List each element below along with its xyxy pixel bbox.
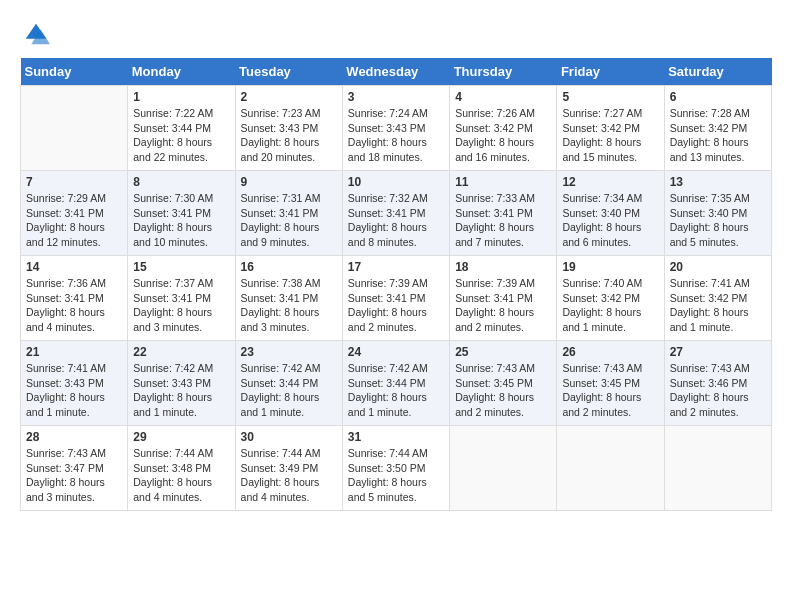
day-number: 8 — [133, 175, 229, 189]
day-info: Sunrise: 7:42 AMSunset: 3:44 PMDaylight:… — [348, 361, 444, 420]
calendar-cell: 18Sunrise: 7:39 AMSunset: 3:41 PMDayligh… — [450, 256, 557, 341]
calendar-cell: 9Sunrise: 7:31 AMSunset: 3:41 PMDaylight… — [235, 171, 342, 256]
calendar-cell: 19Sunrise: 7:40 AMSunset: 3:42 PMDayligh… — [557, 256, 664, 341]
calendar-cell: 3Sunrise: 7:24 AMSunset: 3:43 PMDaylight… — [342, 86, 449, 171]
calendar-cell: 12Sunrise: 7:34 AMSunset: 3:40 PMDayligh… — [557, 171, 664, 256]
calendar-week-row: 7Sunrise: 7:29 AMSunset: 3:41 PMDaylight… — [21, 171, 772, 256]
calendar-cell: 27Sunrise: 7:43 AMSunset: 3:46 PMDayligh… — [664, 341, 771, 426]
day-info: Sunrise: 7:26 AMSunset: 3:42 PMDaylight:… — [455, 106, 551, 165]
day-info: Sunrise: 7:37 AMSunset: 3:41 PMDaylight:… — [133, 276, 229, 335]
day-info: Sunrise: 7:42 AMSunset: 3:44 PMDaylight:… — [241, 361, 337, 420]
logo — [20, 20, 50, 52]
day-number: 22 — [133, 345, 229, 359]
calendar-cell: 28Sunrise: 7:43 AMSunset: 3:47 PMDayligh… — [21, 426, 128, 511]
calendar-cell: 5Sunrise: 7:27 AMSunset: 3:42 PMDaylight… — [557, 86, 664, 171]
day-info: Sunrise: 7:35 AMSunset: 3:40 PMDaylight:… — [670, 191, 766, 250]
calendar-header-row: SundayMondayTuesdayWednesdayThursdayFrid… — [21, 58, 772, 86]
calendar-cell: 26Sunrise: 7:43 AMSunset: 3:45 PMDayligh… — [557, 341, 664, 426]
day-info: Sunrise: 7:22 AMSunset: 3:44 PMDaylight:… — [133, 106, 229, 165]
day-number: 3 — [348, 90, 444, 104]
calendar-cell: 11Sunrise: 7:33 AMSunset: 3:41 PMDayligh… — [450, 171, 557, 256]
day-info: Sunrise: 7:36 AMSunset: 3:41 PMDaylight:… — [26, 276, 122, 335]
day-number: 5 — [562, 90, 658, 104]
day-info: Sunrise: 7:34 AMSunset: 3:40 PMDaylight:… — [562, 191, 658, 250]
calendar-table: SundayMondayTuesdayWednesdayThursdayFrid… — [20, 58, 772, 511]
day-number: 25 — [455, 345, 551, 359]
calendar-cell — [450, 426, 557, 511]
day-info: Sunrise: 7:39 AMSunset: 3:41 PMDaylight:… — [348, 276, 444, 335]
day-number: 21 — [26, 345, 122, 359]
day-number: 23 — [241, 345, 337, 359]
day-number: 16 — [241, 260, 337, 274]
day-info: Sunrise: 7:44 AMSunset: 3:49 PMDaylight:… — [241, 446, 337, 505]
calendar-cell: 13Sunrise: 7:35 AMSunset: 3:40 PMDayligh… — [664, 171, 771, 256]
day-info: Sunrise: 7:28 AMSunset: 3:42 PMDaylight:… — [670, 106, 766, 165]
day-of-week-saturday: Saturday — [664, 58, 771, 86]
calendar-cell — [21, 86, 128, 171]
calendar-week-row: 1Sunrise: 7:22 AMSunset: 3:44 PMDaylight… — [21, 86, 772, 171]
calendar-cell: 17Sunrise: 7:39 AMSunset: 3:41 PMDayligh… — [342, 256, 449, 341]
day-info: Sunrise: 7:23 AMSunset: 3:43 PMDaylight:… — [241, 106, 337, 165]
day-number: 1 — [133, 90, 229, 104]
day-info: Sunrise: 7:39 AMSunset: 3:41 PMDaylight:… — [455, 276, 551, 335]
day-number: 18 — [455, 260, 551, 274]
logo-icon — [22, 20, 50, 48]
day-of-week-wednesday: Wednesday — [342, 58, 449, 86]
day-info: Sunrise: 7:24 AMSunset: 3:43 PMDaylight:… — [348, 106, 444, 165]
day-info: Sunrise: 7:44 AMSunset: 3:48 PMDaylight:… — [133, 446, 229, 505]
calendar-cell: 14Sunrise: 7:36 AMSunset: 3:41 PMDayligh… — [21, 256, 128, 341]
calendar-cell: 29Sunrise: 7:44 AMSunset: 3:48 PMDayligh… — [128, 426, 235, 511]
day-of-week-monday: Monday — [128, 58, 235, 86]
day-info: Sunrise: 7:38 AMSunset: 3:41 PMDaylight:… — [241, 276, 337, 335]
calendar-cell: 24Sunrise: 7:42 AMSunset: 3:44 PMDayligh… — [342, 341, 449, 426]
calendar-cell: 21Sunrise: 7:41 AMSunset: 3:43 PMDayligh… — [21, 341, 128, 426]
day-info: Sunrise: 7:31 AMSunset: 3:41 PMDaylight:… — [241, 191, 337, 250]
calendar-cell — [664, 426, 771, 511]
day-info: Sunrise: 7:40 AMSunset: 3:42 PMDaylight:… — [562, 276, 658, 335]
day-of-week-thursday: Thursday — [450, 58, 557, 86]
calendar-cell: 6Sunrise: 7:28 AMSunset: 3:42 PMDaylight… — [664, 86, 771, 171]
calendar-cell — [557, 426, 664, 511]
day-info: Sunrise: 7:29 AMSunset: 3:41 PMDaylight:… — [26, 191, 122, 250]
day-number: 27 — [670, 345, 766, 359]
day-of-week-sunday: Sunday — [21, 58, 128, 86]
day-number: 17 — [348, 260, 444, 274]
day-info: Sunrise: 7:30 AMSunset: 3:41 PMDaylight:… — [133, 191, 229, 250]
day-info: Sunrise: 7:43 AMSunset: 3:45 PMDaylight:… — [562, 361, 658, 420]
calendar-week-row: 28Sunrise: 7:43 AMSunset: 3:47 PMDayligh… — [21, 426, 772, 511]
calendar-cell: 2Sunrise: 7:23 AMSunset: 3:43 PMDaylight… — [235, 86, 342, 171]
calendar-week-row: 21Sunrise: 7:41 AMSunset: 3:43 PMDayligh… — [21, 341, 772, 426]
day-info: Sunrise: 7:27 AMSunset: 3:42 PMDaylight:… — [562, 106, 658, 165]
calendar-cell: 15Sunrise: 7:37 AMSunset: 3:41 PMDayligh… — [128, 256, 235, 341]
day-number: 14 — [26, 260, 122, 274]
day-number: 10 — [348, 175, 444, 189]
day-number: 11 — [455, 175, 551, 189]
day-of-week-friday: Friday — [557, 58, 664, 86]
day-number: 2 — [241, 90, 337, 104]
day-number: 13 — [670, 175, 766, 189]
calendar-cell: 10Sunrise: 7:32 AMSunset: 3:41 PMDayligh… — [342, 171, 449, 256]
day-number: 29 — [133, 430, 229, 444]
day-number: 6 — [670, 90, 766, 104]
day-number: 19 — [562, 260, 658, 274]
day-number: 7 — [26, 175, 122, 189]
calendar-cell: 8Sunrise: 7:30 AMSunset: 3:41 PMDaylight… — [128, 171, 235, 256]
day-info: Sunrise: 7:41 AMSunset: 3:43 PMDaylight:… — [26, 361, 122, 420]
day-info: Sunrise: 7:41 AMSunset: 3:42 PMDaylight:… — [670, 276, 766, 335]
day-number: 24 — [348, 345, 444, 359]
calendar-week-row: 14Sunrise: 7:36 AMSunset: 3:41 PMDayligh… — [21, 256, 772, 341]
calendar-cell: 20Sunrise: 7:41 AMSunset: 3:42 PMDayligh… — [664, 256, 771, 341]
calendar-cell: 4Sunrise: 7:26 AMSunset: 3:42 PMDaylight… — [450, 86, 557, 171]
day-number: 28 — [26, 430, 122, 444]
calendar-cell: 30Sunrise: 7:44 AMSunset: 3:49 PMDayligh… — [235, 426, 342, 511]
calendar-cell: 25Sunrise: 7:43 AMSunset: 3:45 PMDayligh… — [450, 341, 557, 426]
day-number: 4 — [455, 90, 551, 104]
day-info: Sunrise: 7:33 AMSunset: 3:41 PMDaylight:… — [455, 191, 551, 250]
day-number: 30 — [241, 430, 337, 444]
day-number: 9 — [241, 175, 337, 189]
day-info: Sunrise: 7:43 AMSunset: 3:47 PMDaylight:… — [26, 446, 122, 505]
day-number: 26 — [562, 345, 658, 359]
calendar-cell: 16Sunrise: 7:38 AMSunset: 3:41 PMDayligh… — [235, 256, 342, 341]
page-header — [20, 20, 772, 52]
day-of-week-tuesday: Tuesday — [235, 58, 342, 86]
